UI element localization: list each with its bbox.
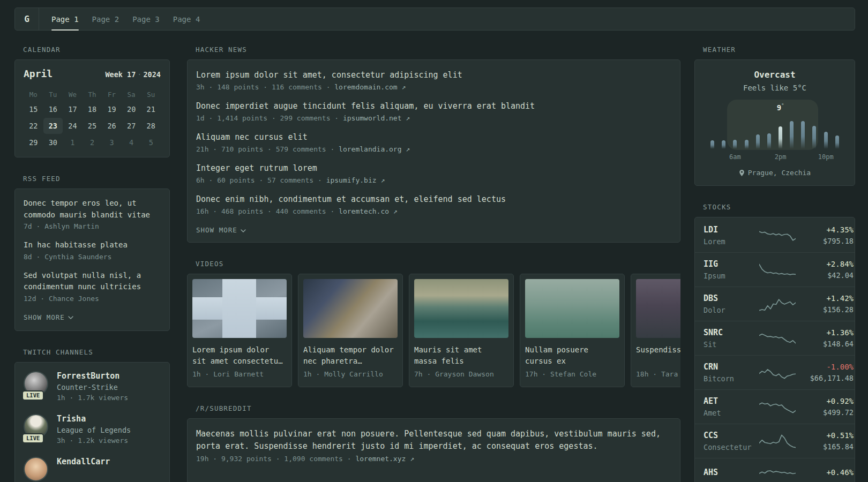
weekday-label: Su bbox=[141, 88, 161, 101]
tab-page-4[interactable]: Page 4 bbox=[173, 8, 200, 30]
rss-show-more-button[interactable]: SHOW MORE bbox=[24, 313, 73, 321]
stock-symbol[interactable]: LDI bbox=[704, 225, 759, 235]
video-title[interactable]: Suspendisse diam bbox=[636, 344, 680, 367]
calendar-day: 20 bbox=[122, 101, 141, 117]
twitch-channel-name[interactable]: Trisha bbox=[57, 414, 131, 424]
stock-symbol[interactable]: CCS bbox=[704, 431, 759, 440]
hn-domain-text: ipsumify.biz bbox=[326, 176, 377, 184]
twitch-card: LIVE ForrestBurton Counter-Strike 1h · 1… bbox=[14, 362, 170, 482]
video-card[interactable]: Suspendisse diam 18h · Tara bbox=[631, 274, 680, 387]
video-card[interactable]: Lorem ipsum dolor sit amet consectetu… 1… bbox=[187, 274, 292, 387]
rss-item-title[interactable]: Sed volutpat nulla nisl, a condimentum n… bbox=[24, 270, 161, 293]
twitch-channel-row[interactable]: LIVE Trisha League of Legends 3h · 1.2k … bbox=[24, 414, 161, 445]
calendar-day: 26 bbox=[102, 118, 122, 134]
twitch-avatar-wrap: LIVE bbox=[24, 371, 48, 396]
tab-page-3[interactable]: Page 3 bbox=[132, 8, 160, 30]
rss-item-meta: 12d · Chance Jones bbox=[24, 295, 161, 303]
stock-row[interactable]: IIGIpsum +2.84%$42.04 bbox=[695, 252, 855, 287]
hn-domain-text: loremtech.co bbox=[339, 207, 389, 215]
calendar-day-selected: 23 bbox=[43, 118, 63, 134]
stock-sparkline bbox=[759, 398, 796, 416]
hn-domain-link[interactable]: ipsumify.biz ↗ bbox=[326, 176, 385, 184]
hn-item: Aliquam nec cursus elit 21h · 710 points… bbox=[196, 131, 671, 153]
tab-page-2[interactable]: Page 2 bbox=[92, 8, 119, 30]
stock-name: Dolor bbox=[704, 306, 759, 314]
hn-domain-link[interactable]: loremtech.co ↗ bbox=[339, 207, 398, 215]
stock-name: Amet bbox=[704, 409, 759, 417]
video-title[interactable]: Mauris sit amet massa felis bbox=[414, 344, 508, 367]
video-title[interactable]: Nullam posuere cursus ex bbox=[525, 344, 619, 367]
calendar-day: 18 bbox=[83, 101, 102, 117]
external-link-icon: ↗ bbox=[406, 114, 410, 122]
stock-values: +0.51%$165.84 bbox=[796, 431, 854, 451]
video-card[interactable]: Nullam posuere cursus ex 17h · Stefan Co… bbox=[520, 274, 625, 387]
stock-change: -1.00% bbox=[796, 363, 854, 371]
hn-domain-text: ipsumworld.net bbox=[343, 114, 402, 122]
twitch-channel-row[interactable]: LIVE ForrestBurton Counter-Strike 1h · 1… bbox=[24, 371, 161, 402]
rss-item-title[interactable]: In hac habitasse platea bbox=[24, 239, 161, 251]
twitch-channel-name[interactable]: KendallCarr bbox=[57, 457, 110, 466]
rss-item-title[interactable]: Donec tempor eros leo, ut commodo mauris… bbox=[24, 198, 161, 221]
hn-item: Donec enim nibh, condimentum et accumsan… bbox=[196, 193, 671, 215]
stock-price: $795.18 bbox=[796, 237, 854, 245]
twitch-channel-game[interactable]: Counter-Strike bbox=[57, 383, 128, 391]
app-logo[interactable]: G bbox=[15, 8, 39, 30]
weather-bars bbox=[707, 117, 843, 149]
hn-meta-text: 6h · 60 points · 57 comments · bbox=[196, 176, 326, 184]
stock-row[interactable]: CCSConsectetur +0.51%$165.84 bbox=[695, 424, 855, 458]
stock-values: +0.46% bbox=[796, 468, 854, 479]
calendar-day: 21 bbox=[141, 101, 161, 117]
stock-row[interactable]: SNRCSit +1.36%$148.64 bbox=[695, 321, 855, 355]
page-tabs: Page 1 Page 2 Page 3 Page 4 bbox=[51, 8, 200, 30]
stock-price: $499.72 bbox=[796, 408, 854, 417]
twitch-channel-game[interactable]: League of Legends bbox=[57, 426, 131, 434]
video-card[interactable]: Aliquam tempor dolor nec pharetra… 1h · … bbox=[298, 274, 403, 387]
hn-domain-link[interactable]: loremdomain.com ↗ bbox=[334, 83, 406, 91]
stock-row[interactable]: LDILorem +4.35%$795.18 bbox=[695, 219, 855, 252]
hn-show-more-button[interactable]: SHOW MORE bbox=[196, 226, 246, 234]
video-thumbnail bbox=[303, 279, 398, 338]
hn-item-title[interactable]: Donec imperdiet augue tincidunt felis al… bbox=[196, 100, 671, 112]
hn-item-title[interactable]: Donec enim nibh, condimentum et accumsan… bbox=[196, 193, 671, 205]
hn-domain-link[interactable]: loremlandia.org ↗ bbox=[339, 145, 410, 153]
stock-row[interactable]: DBSDolor +1.42%$156.28 bbox=[695, 287, 855, 321]
weather-bar bbox=[756, 134, 760, 149]
reddit-meta-text: 19h · 9,932 points · 1,090 comments · bbox=[196, 455, 355, 463]
stock-symbol[interactable]: CRN bbox=[704, 362, 759, 372]
stock-symbol[interactable]: IIG bbox=[704, 259, 759, 269]
external-link-icon: ↗ bbox=[380, 176, 385, 184]
hn-item-title[interactable]: Integer eget rutrum lorem bbox=[196, 162, 671, 174]
hn-item-meta: 21h · 710 points · 579 comments · loreml… bbox=[196, 145, 671, 153]
external-link-icon: ↗ bbox=[406, 145, 410, 153]
stock-sparkline bbox=[759, 433, 796, 450]
hn-item-title[interactable]: Lorem ipsum dolor sit amet, consectetur … bbox=[196, 69, 671, 81]
stock-symbol[interactable]: AET bbox=[704, 396, 759, 406]
video-thumbnail bbox=[192, 279, 287, 338]
twitch-channel-name[interactable]: ForrestBurton bbox=[57, 371, 128, 381]
stock-row[interactable]: AETAmet +0.92%$499.72 bbox=[695, 389, 855, 424]
hn-item-title[interactable]: Aliquam nec cursus elit bbox=[196, 131, 671, 143]
degree-icon: ° bbox=[781, 103, 784, 108]
weather-location[interactable]: Prague, Czechia bbox=[704, 169, 846, 177]
video-title[interactable]: Lorem ipsum dolor sit amet consectetu… bbox=[192, 344, 287, 367]
calendar-header: April Week 17·2024 bbox=[24, 68, 161, 79]
stock-symbol[interactable]: DBS bbox=[704, 293, 759, 303]
weather-current-temp: 9° bbox=[777, 103, 784, 112]
hn-item-meta: 16h · 468 points · 440 comments · loremt… bbox=[196, 207, 671, 215]
tab-page-1[interactable]: Page 1 bbox=[51, 8, 79, 30]
stock-name: Bitcorn bbox=[704, 374, 759, 383]
videos-row: Lorem ipsum dolor sit amet consectetu… 1… bbox=[187, 274, 680, 387]
twitch-channel-row[interactable]: KendallCarr bbox=[24, 457, 161, 481]
stock-row[interactable]: AHS +0.46% bbox=[695, 458, 855, 482]
stock-symbol[interactable]: AHS bbox=[704, 468, 759, 477]
stock-id: IIGIpsum bbox=[704, 259, 759, 280]
video-title[interactable]: Aliquam tempor dolor nec pharetra… bbox=[303, 344, 398, 367]
hn-domain-link[interactable]: ipsumworld.net ↗ bbox=[343, 114, 410, 122]
video-card[interactable]: Mauris sit amet massa felis 7h · Grayson… bbox=[409, 274, 514, 387]
stock-sparkline bbox=[759, 465, 796, 482]
stock-row[interactable]: CRNBitcorn -1.00%$66,171.48 bbox=[695, 355, 855, 389]
top-nav: G Page 1 Page 2 Page 3 Page 4 bbox=[14, 7, 855, 31]
reddit-domain-link[interactable]: loremnet.xyz ↗ bbox=[355, 455, 414, 463]
reddit-post-title[interactable]: Maecenas mollis pulvinar erat non posuer… bbox=[196, 428, 671, 453]
stock-symbol[interactable]: SNRC bbox=[704, 328, 759, 337]
